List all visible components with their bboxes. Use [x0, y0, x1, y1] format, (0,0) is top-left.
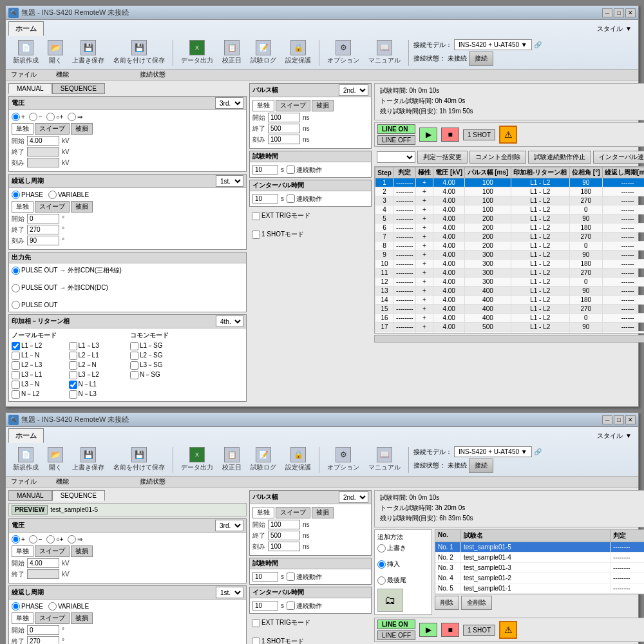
calib-btn-2[interactable]: 📋 校正日 — [219, 445, 245, 474]
protect-btn-1[interactable]: 🔒 設定保護 — [282, 38, 314, 67]
protect-btn-2[interactable]: 🔒 設定保護 — [282, 445, 314, 474]
testtime-input-1[interactable] — [252, 165, 278, 175]
pol-minus-2[interactable]: − — [29, 535, 43, 544]
seq-list-item[interactable]: No. 4 test_sample01-2 -------- — [435, 573, 644, 583]
sweep-order-2[interactable]: 1st. — [216, 587, 243, 598]
new-btn-2[interactable]: 📄 新規作成 — [10, 445, 42, 474]
interval-cont-2[interactable]: 連続動作 — [287, 601, 322, 611]
pulse-end-input-1[interactable] — [268, 124, 300, 133]
sweep-start-input-1[interactable] — [27, 214, 59, 223]
sequence-tab-2[interactable]: SEQUENCE — [52, 490, 105, 501]
ext-trig-2[interactable]: EXT TRIGモード — [252, 618, 369, 627]
volt-start-input-1[interactable] — [27, 136, 59, 146]
table-row[interactable]: 15 -------- + 4.00 400 L1 - L2 270 -----… — [375, 305, 645, 314]
pulse-sweep-1[interactable]: スイープ — [276, 100, 310, 111]
pol-plus-1[interactable]: + — [12, 113, 25, 121]
minimize-btn-2[interactable]: ─ — [602, 415, 612, 424]
del-all-btn-2[interactable]: 全削除 — [461, 596, 492, 610]
table-row[interactable]: 8 -------- + 4.00 200 L1 - L2 0 ------ — [375, 242, 645, 251]
l3l1-check-1[interactable]: L3－L1 — [12, 370, 68, 379]
voltage-order-1[interactable]: 3rd. — [215, 97, 243, 109]
volt-sweep-1[interactable]: スイープ — [35, 123, 70, 135]
l2l1-check-1[interactable]: L2－L1 — [69, 351, 126, 360]
connect-btn-1[interactable]: 接続 — [469, 52, 493, 66]
printphase-order-1[interactable]: 4th. — [216, 316, 243, 327]
l2sg-check-1[interactable]: L2－SG — [130, 351, 243, 360]
l2n-check-1[interactable]: L2－N — [69, 361, 126, 370]
volt-step-input-1[interactable] — [27, 158, 59, 167]
home-tab-1[interactable]: ホーム — [8, 21, 44, 36]
pulse-end-input-2[interactable] — [268, 531, 300, 540]
options-btn-2[interactable]: ⚙ オプション — [324, 445, 363, 474]
volt-single-1[interactable]: 単独 — [12, 123, 33, 135]
phase-radio-1[interactable]: PHASE — [12, 191, 43, 199]
pol-arrow-1[interactable]: ⇒ — [68, 113, 82, 121]
play-btn-1[interactable]: ▶ — [419, 128, 437, 142]
model-select-1[interactable]: INS-S420 + U-AT450 ▼ — [454, 39, 532, 50]
pol-minus-1[interactable]: − — [29, 113, 43, 121]
table-row[interactable]: 17 -------- + 4.00 500 L1 - L2 90 ------ — [375, 323, 645, 332]
nl3-check-1[interactable]: N－L3 — [69, 390, 126, 399]
sweep-end-input-1[interactable] — [27, 225, 59, 234]
nl1-check-1[interactable]: N－L1 — [69, 380, 126, 389]
manual-btn-2[interactable]: 📖 マニュアル — [365, 445, 404, 474]
volt-end-input-2[interactable] — [27, 569, 59, 579]
pulse-start-input-1[interactable] — [268, 113, 300, 122]
stop-btn-1[interactable]: ■ — [441, 128, 459, 142]
manual-tab-2[interactable]: MANUAL — [8, 490, 52, 501]
shot-btn-2[interactable]: 1 SHOT — [463, 625, 495, 636]
table-row[interactable]: 3 -------- + 4.00 100 L1 - L2 270 ------ — [375, 196, 645, 205]
table-row[interactable]: 5 -------- + 4.00 200 L1 - L2 90 ------ — [375, 214, 645, 223]
sweep-start-input-2[interactable] — [27, 625, 59, 635]
sweep-sweep-2[interactable]: スイープ — [35, 612, 70, 624]
pol-arrow-2[interactable]: ⇒ — [68, 535, 82, 544]
testlog-btn-1[interactable]: 📝 試験ログ — [247, 38, 279, 67]
pulse-single-2[interactable]: 単独 — [252, 507, 274, 518]
open-btn-2[interactable]: 📂 開く — [44, 445, 66, 474]
connect-btn-2[interactable]: 接続 — [469, 459, 493, 473]
l1l2-check-1[interactable]: L1－L2 — [12, 341, 68, 350]
table-row[interactable]: 1 -------- + 4.00 100 L1 - L2 90 ------ — [375, 178, 645, 187]
table-row[interactable]: 14 -------- + 4.00 400 L1 - L2 180 -----… — [375, 296, 645, 305]
table-row[interactable]: 11 -------- + 4.00 300 L1 - L2 270 -----… — [375, 269, 645, 278]
seq-list-item[interactable]: No. 5 test_sample01-1 -------- — [435, 583, 644, 594]
l1sg-check-1[interactable]: L1－SG — [130, 341, 243, 350]
model-select-2[interactable]: INS-S420 + U-AT450 ▼ — [454, 446, 532, 457]
table-row[interactable]: 13 -------- + 4.00 400 L1 - L2 90 ------ — [375, 287, 645, 296]
sweep-damaged-1[interactable]: 被損 — [71, 201, 93, 213]
add-append-2[interactable]: 最後尾 — [377, 576, 429, 585]
dataout-btn-2[interactable]: X データ出力 — [178, 445, 216, 474]
sweep-damaged-2[interactable]: 被損 — [71, 612, 93, 624]
volt-sweep-2[interactable]: スイープ — [35, 545, 70, 557]
table-row[interactable]: 2 -------- + 4.00 100 L1 - L2 180 ------ — [375, 187, 645, 196]
add-overwrite-2[interactable]: 上書き — [377, 544, 429, 553]
sweep-step-input-1[interactable] — [27, 236, 59, 245]
interval-cont-1[interactable]: 連続動作 — [287, 194, 322, 204]
interval-input-2[interactable] — [252, 601, 278, 611]
calib-btn-1[interactable]: 📋 校正日 — [219, 38, 245, 67]
manual-btn-1[interactable]: 📖 マニュアル — [365, 38, 404, 67]
maximize-btn-1[interactable]: □ — [614, 8, 624, 17]
judge-all-1[interactable]: 判定一括変更 — [417, 151, 468, 164]
del-comment-1[interactable]: コメント全削除 — [469, 151, 526, 164]
warn-btn-1[interactable]: ⚠ — [499, 126, 517, 144]
add-insert-2[interactable]: 挿入 — [377, 560, 429, 569]
voltage-order-2[interactable]: 3rd. — [215, 520, 243, 531]
out-opt1-1[interactable]: PULSE OUT → 外部CDN(三相4線) — [12, 266, 243, 275]
table-row[interactable]: 16 -------- + 4.00 400 L1 - L2 0 ------ — [375, 314, 645, 323]
seq-list-item[interactable]: No. 2 test_sample01-4 -------- — [435, 553, 644, 563]
pulse-start-input-2[interactable] — [268, 520, 300, 529]
volt-end-input-1[interactable] — [27, 147, 59, 156]
volt-damaged-1[interactable]: 被損 — [71, 123, 93, 135]
l3n-check-1[interactable]: L3－N — [12, 380, 68, 389]
pol-plus-2[interactable]: + — [12, 535, 25, 544]
del-btn-2[interactable]: 削除 — [435, 596, 459, 610]
volt-start-input-2[interactable] — [27, 558, 59, 568]
saveas-btn-1[interactable]: 💾 名前を付けて保存 — [110, 38, 168, 67]
sweep-sweep-1[interactable]: スイープ — [35, 201, 70, 213]
seq-list-item[interactable]: No. 1 test_sample01-5 -------- — [435, 542, 644, 553]
options-btn-1[interactable]: ⚙ オプション — [324, 38, 363, 67]
dataout-btn-1[interactable]: X データ出力 — [178, 38, 216, 67]
save-btn-1[interactable]: 💾 上書き保存 — [69, 38, 108, 67]
pulse-step-input-1[interactable] — [268, 135, 300, 144]
